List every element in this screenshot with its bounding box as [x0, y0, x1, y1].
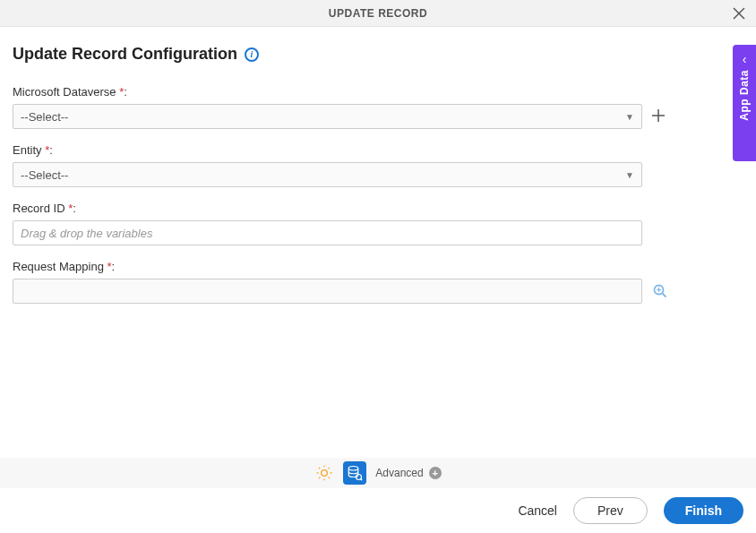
chevron-down-icon: ▼ [625, 170, 634, 180]
dataverse-label: Microsoft Dataverse *: [13, 85, 743, 99]
database-button[interactable] [343, 461, 366, 485]
entity-label: Entity *: [13, 143, 743, 157]
dataverse-select[interactable]: --Select-- ▼ [13, 104, 642, 129]
modal-header: UPDATE RECORD [0, 0, 756, 27]
chevron-down-icon: ▼ [625, 112, 634, 122]
entity-select[interactable]: --Select-- ▼ [13, 162, 642, 187]
mapping-search-button[interactable] [651, 282, 669, 300]
request-mapping-group: Request Mapping *: [13, 260, 743, 304]
entity-select-value: --Select-- [21, 168, 68, 182]
dataverse-select-value: --Select-- [21, 110, 68, 124]
add-dataverse-button[interactable] [651, 107, 666, 126]
content-area: Update Record Configuration i Microsoft … [0, 27, 756, 331]
info-icon[interactable]: i [245, 47, 259, 62]
prev-button[interactable]: Prev [573, 497, 648, 524]
advanced-toggle[interactable]: Advanced + [375, 467, 441, 479]
search-icon [652, 283, 668, 299]
close-button[interactable] [729, 1, 749, 26]
plus-circle-icon: + [429, 467, 442, 479]
finish-button[interactable]: Finish [664, 497, 743, 524]
record-id-label: Record ID *: [13, 202, 743, 215]
entity-select-row: --Select-- ▼ [13, 162, 743, 187]
page-title-row: Update Record Configuration i [13, 45, 743, 64]
svg-point-8 [349, 467, 359, 471]
dataverse-group: Microsoft Dataverse *: --Select-- ▼ [13, 85, 743, 129]
modal-title: UPDATE RECORD [329, 7, 427, 20]
dataverse-select-row: --Select-- ▼ [13, 104, 743, 129]
request-mapping-row [13, 279, 743, 304]
app-data-tab-label: App Data [738, 70, 751, 121]
footer-actions: Cancel Prev Finish [0, 488, 756, 533]
close-icon [733, 7, 745, 20]
request-mapping-label: Request Mapping *: [13, 260, 743, 273]
entity-group: Entity *: --Select-- ▼ [13, 143, 743, 187]
svg-line-5 [663, 294, 666, 297]
request-mapping-input[interactable] [13, 279, 642, 304]
page-title: Update Record Configuration [13, 45, 237, 64]
plus-icon [651, 108, 666, 123]
advanced-label-text: Advanced [375, 467, 423, 479]
database-icon [347, 465, 363, 481]
cancel-button[interactable]: Cancel [518, 503, 557, 518]
record-id-group: Record ID *: [13, 202, 743, 245]
settings-button[interactable] [314, 463, 334, 483]
bottom-toolbar: Advanced + [0, 458, 756, 488]
chevron-left-icon: ‹ [743, 52, 747, 66]
record-id-input[interactable] [13, 220, 642, 245]
app-data-tab[interactable]: ‹ App Data [733, 45, 756, 161]
gear-icon [315, 464, 333, 482]
